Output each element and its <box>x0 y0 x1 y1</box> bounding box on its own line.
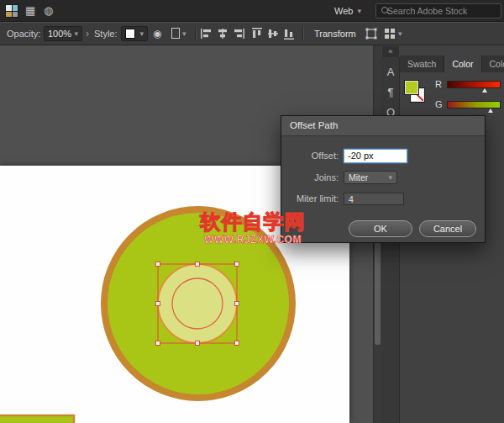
stock-search-box[interactable] <box>375 3 501 19</box>
document-icon <box>171 28 180 39</box>
search-input[interactable] <box>387 6 501 16</box>
g-channel-label: G <box>435 99 443 109</box>
chevron-down-icon: ▾ <box>357 7 361 15</box>
align-center-horizontal-icon[interactable] <box>216 27 229 40</box>
opacity-value: 100% <box>48 29 71 39</box>
workspace-switcher[interactable]: Web ▾ <box>334 0 361 22</box>
recolor-artwork-icon[interactable]: ◉ <box>153 22 161 45</box>
joins-dropdown[interactable]: Miter ▾ <box>344 171 397 184</box>
flyout-arrow-icon[interactable]: › <box>86 22 89 45</box>
chevron-down-icon: ▾ <box>74 29 78 38</box>
align-bottom-icon[interactable] <box>282 27 296 40</box>
workspace-label: Web <box>334 6 353 16</box>
g-channel-slider[interactable] <box>447 101 501 108</box>
style-label: Style: <box>94 22 118 45</box>
app-icon-quad <box>13 5 18 11</box>
offset-path-dialog: Offset Path Offset: Joins: Miter ▾ Miter… <box>281 115 486 243</box>
r-channel-slider[interactable] <box>447 81 501 88</box>
style-swatch <box>125 29 135 39</box>
cancel-button[interactable]: Cancel <box>419 220 476 237</box>
app-icon-quad <box>6 12 12 18</box>
align-left-icon[interactable] <box>200 27 213 40</box>
align-right-icon[interactable] <box>232 27 245 40</box>
opacity-field[interactable]: 100% ▾ <box>44 26 82 41</box>
transform-button[interactable]: Transform <box>314 22 356 45</box>
align-center-vertical-icon[interactable] <box>266 27 280 40</box>
chevron-down-icon: ▾ <box>182 29 186 38</box>
inner-circle-shape[interactable] <box>158 264 237 343</box>
search-icon <box>381 7 383 15</box>
grid-options-icon[interactable] <box>383 27 396 40</box>
r-slider-thumb[interactable] <box>482 88 487 93</box>
style-dropdown[interactable]: ▾ <box>121 26 148 41</box>
offset-row: Offset: <box>285 148 407 163</box>
app-icon[interactable] <box>5 4 18 18</box>
tab-color[interactable]: Color <box>444 56 481 72</box>
bounding-box-icon[interactable] <box>365 27 378 40</box>
miter-limit-label: Miter limit: <box>285 193 339 204</box>
align-top-icon[interactable] <box>250 27 264 40</box>
joins-label: Joins: <box>285 172 339 182</box>
menu-bar: ▦ ◍ Web ▾ <box>0 0 504 22</box>
share-icon[interactable]: ◍ <box>44 0 53 22</box>
miter-limit-row: Miter limit: 4 <box>285 191 404 206</box>
app-icon-quad <box>13 12 18 18</box>
joins-row: Joins: Miter ▾ <box>285 170 397 185</box>
chevron-down-icon[interactable]: ▾ <box>398 22 402 45</box>
chevron-down-icon: ▾ <box>388 173 392 182</box>
chevron-down-icon: ▾ <box>139 29 144 38</box>
toolbar-separator <box>302 26 303 41</box>
toolbar-separator <box>195 26 196 41</box>
tab-color-guide[interactable]: Color G <box>482 56 504 72</box>
paragraph-panel-icon[interactable]: ¶ <box>381 82 400 103</box>
r-channel-label: R <box>435 79 442 89</box>
opacity-label: Opacity: <box>7 22 40 45</box>
document-setup-icon[interactable]: ▾ <box>171 28 186 39</box>
fill-swatch[interactable] <box>405 81 418 94</box>
tab-swatches[interactable]: Swatch <box>400 56 444 72</box>
ok-button[interactable]: OK <box>349 220 412 237</box>
joins-value: Miter <box>349 172 368 182</box>
bottom-shape[interactable] <box>0 415 74 423</box>
dialog-title[interactable]: Offset Path <box>281 116 485 136</box>
g-slider-thumb[interactable] <box>488 108 493 113</box>
illustrator-window: ▦ ◍ Web ▾ Opacity: 100% ▾ › Style: ▾ ◉ ▾ <box>0 0 504 423</box>
app-icon-quad <box>6 5 12 11</box>
offset-input[interactable] <box>344 149 407 163</box>
panel-tabs: Swatch Color Color G <box>400 56 504 72</box>
offset-label: Offset: <box>285 151 339 161</box>
miter-limit-field[interactable]: 4 <box>344 193 404 205</box>
control-bar: Opacity: 100% ▾ › Style: ▾ ◉ ▾ <box>0 22 504 45</box>
collapse-panels-button[interactable]: « <box>382 46 399 57</box>
character-panel-icon[interactable]: A <box>381 62 400 82</box>
layout-icon[interactable]: ▦ <box>25 0 35 22</box>
